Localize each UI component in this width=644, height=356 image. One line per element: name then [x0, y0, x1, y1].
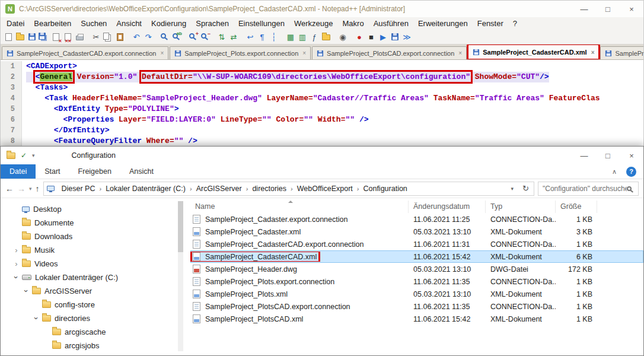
menu-help[interactable]: ? [508, 19, 522, 28]
sidebar-item-downloads[interactable]: Downloads [1, 230, 184, 243]
column-header-anderungsdatum[interactable]: Änderungsdatum [409, 201, 486, 213]
redo-icon[interactable]: ↷ [142, 31, 154, 43]
ribbon-tab-datei[interactable]: Datei [1, 164, 36, 179]
tab-sampleproject-plotscad-export-connection[interactable]: SampleProject_PlotsCAD.export.connection… [312, 46, 467, 59]
scrollbar-thumb[interactable] [178, 201, 183, 252]
address-dropdown-icon[interactable]: ▾ [507, 186, 518, 192]
menu-makro[interactable]: Makro [338, 19, 369, 28]
breadcrumb-segment-configuration[interactable]: Configuration [359, 185, 411, 193]
breadcrumb-segment-directories[interactable]: directories [248, 185, 291, 193]
maximize-button[interactable]: □ [596, 1, 620, 17]
find-icon[interactable] [159, 31, 171, 43]
sidebar-item-arcgisjobs[interactable]: arcgisjobs [1, 339, 184, 352]
monitoring-icon[interactable]: ◉ [337, 31, 349, 43]
file-row-sampleproject-plots-export-connection[interactable]: SampleProject_Plots.export.connection11.… [190, 275, 643, 288]
cut-icon[interactable]: ✂ [90, 31, 102, 43]
run-macro-multiple-icon[interactable]: ≫ [401, 31, 413, 43]
close-tab-icon[interactable]: × [458, 50, 462, 56]
file-row-sampleproject-cadastercad-export-connection[interactable]: SampleProject_CadasterCAD.export.connect… [190, 238, 643, 250]
tab-sampleproject-plots-export-connection[interactable]: SampleProject_Plots.export.connection× [170, 46, 311, 59]
expander-open-icon[interactable]: › [22, 287, 31, 295]
sync-vertical-scroll-icon[interactable]: ⇅ [216, 31, 228, 43]
file-row-sampleproject-header-dwg[interactable]: SampleProject_Header.dwg05.03.2021 13:10… [190, 263, 643, 275]
ribbon-tab-ansicht[interactable]: Ansicht [120, 164, 162, 179]
zoom-in-icon[interactable]: + [187, 31, 199, 43]
document-map-icon[interactable]: ▥ [297, 31, 308, 43]
replace-icon[interactable]: ab [171, 31, 183, 43]
search-box[interactable] [538, 182, 639, 196]
zoom-out-icon[interactable]: − [199, 31, 211, 43]
close-tab-icon[interactable]: × [591, 49, 595, 56]
menu-datei[interactable]: Datei [2, 19, 29, 28]
minimize-button[interactable]: — [572, 147, 596, 164]
file-row-sampleproject-plotscad-xml[interactable]: SampleProject_PlotsCAD.xml11.06.2021 15:… [190, 313, 643, 325]
tab-sampleproject-cadastercad-xml[interactable]: SampleProject_CadasterCAD.xml× [468, 44, 599, 59]
expander-open-icon[interactable]: › [32, 314, 41, 323]
file-row-sampleproject-plotscad-export-connection[interactable]: SampleProject_PlotsCAD.export.connection… [190, 300, 643, 313]
ribbon-tab-freigeben[interactable]: Freigeben [69, 164, 120, 179]
close-button[interactable]: × [620, 147, 643, 164]
up-button[interactable]: ↑ [36, 184, 40, 193]
user-defined-dialog-icon[interactable]: ▦ [285, 31, 297, 43]
save-macro-icon[interactable] [389, 31, 401, 43]
paste-icon[interactable] [114, 31, 126, 43]
tab-sampleproject-cadastercad-export-connection[interactable]: SampleProject_CadasterCAD.export.connect… [2, 46, 168, 59]
sidebar-scrollbar[interactable] [178, 201, 183, 351]
file-row-sampleproject-plots-xml[interactable]: SampleProject_Plots.xml05.03.2021 13:10X… [190, 288, 643, 300]
file-row-sampleproject-cadastercad-xml[interactable]: SampleProject_CadasterCAD.xml11.06.2021 … [190, 250, 643, 263]
sidebar-item-arcgisserver[interactable]: ›ArcGISServer [1, 284, 184, 298]
menu-sprachen[interactable]: Sprachen [191, 19, 234, 28]
collapse-ribbon-icon[interactable]: ∧ [612, 168, 617, 176]
menu-ansicht[interactable]: Ansicht [111, 19, 146, 28]
column-header-name[interactable]: Name [190, 201, 409, 213]
sidebar-item-videos[interactable]: ›Videos [1, 257, 184, 271]
close-tab-icon[interactable]: × [302, 50, 306, 56]
folder-as-workspace-icon[interactable] [320, 31, 332, 43]
undo-icon[interactable]: ↶ [130, 31, 142, 43]
open-file-icon[interactable] [14, 31, 26, 43]
show-all-characters-icon[interactable]: ¶ [256, 31, 268, 43]
tab-sampleproject-plots[interactable]: SampleProject_Plots× [600, 46, 643, 59]
quick-access-dropdown-icon[interactable]: ▾ [32, 152, 35, 158]
address-bar[interactable]: Dieser PC›Lokaler Datenträger (C:)›ArcGI… [43, 182, 534, 196]
menu-ausfuhren[interactable]: Ausführen [369, 19, 413, 28]
new-file-icon[interactable] [2, 31, 14, 43]
save-icon[interactable] [26, 31, 38, 43]
forward-button[interactable]: → [17, 184, 25, 193]
print-icon[interactable] [74, 31, 85, 43]
file-row-sampleproject-cadaster-xml[interactable]: SampleProject_Cadaster.xml05.03.2021 13:… [190, 225, 643, 238]
breadcrumb-segment-webofficeexport[interactable]: WebOfficeExport [293, 185, 357, 193]
menu-suchen[interactable]: Suchen [76, 19, 111, 28]
sidebar-item-desktop[interactable]: Desktop [1, 202, 184, 216]
menu-werkzeuge[interactable]: Werkzeuge [289, 19, 338, 28]
maximize-button[interactable]: □ [596, 147, 620, 164]
close-button[interactable]: × [620, 1, 643, 17]
menu-fenster[interactable]: Fenster [473, 19, 508, 28]
sidebar-item-config-store[interactable]: config-store [1, 298, 184, 312]
breadcrumb-segment-lokaler-datentrager-c[interactable]: Lokaler Datenträger (C:) [101, 185, 190, 193]
copy-icon[interactable] [102, 31, 114, 43]
expander-closed-icon[interactable]: › [12, 246, 21, 255]
sidebar-item-directories[interactable]: ›directories [1, 312, 184, 325]
menu-kodierung[interactable]: Kodierung [146, 19, 191, 28]
sync-horizontal-scroll-icon[interactable]: ⇄ [228, 31, 240, 43]
quick-access-check-icon[interactable]: ✓ [21, 151, 27, 160]
ribbon-tab-start[interactable]: Start [36, 164, 69, 179]
word-wrap-icon[interactable]: ↩ [244, 31, 256, 43]
function-list-icon[interactable]: ƒ [308, 31, 320, 43]
refresh-icon[interactable]: ↻ [518, 184, 534, 193]
sidebar-item-arcgiscache[interactable]: arcgiscache [1, 325, 184, 339]
indent-guide-icon[interactable]: ┆ [268, 31, 280, 43]
column-header-typ[interactable]: Typ [486, 201, 556, 213]
breadcrumb-segment-dieser-pc[interactable]: Dieser PC [58, 185, 100, 193]
sidebar-item-musik[interactable]: ›Musik [1, 243, 184, 257]
sidebar-item-dokumente[interactable]: Dokumente [1, 216, 184, 230]
sidebar-item-lokaler-datentrager-c[interactable]: ›Lokaler Datenträger (C:) [1, 271, 184, 284]
menu-bearbeiten[interactable]: Bearbeiten [29, 19, 76, 28]
expander-open-icon[interactable]: › [12, 273, 21, 282]
save-all-icon[interactable] [38, 31, 50, 43]
minimize-button[interactable]: — [572, 1, 596, 17]
record-macro-icon[interactable]: ● [353, 31, 365, 43]
column-header-grosse[interactable]: Größe [556, 201, 597, 213]
playback-macro-icon[interactable]: ▶ [377, 31, 389, 43]
